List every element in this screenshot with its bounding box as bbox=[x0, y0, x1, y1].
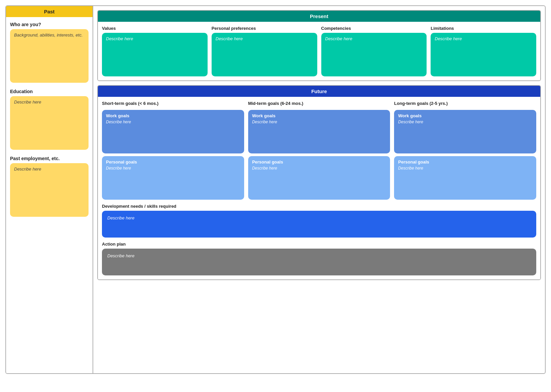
mid-term-personal-card[interactable]: Personal goals Describe here bbox=[248, 156, 390, 200]
action-plan-text: Describe here bbox=[107, 253, 134, 258]
personal-prefs-card[interactable]: Describe here bbox=[212, 33, 317, 76]
present-section: Present Values Describe here Personal pr… bbox=[97, 10, 541, 81]
values-col: Values Describe here bbox=[102, 26, 208, 76]
who-are-you-card[interactable]: Background, abilities, interests, etc. bbox=[10, 29, 89, 83]
personal-prefs-label: Personal preferences bbox=[212, 26, 317, 31]
short-term-work-desc: Describe here bbox=[106, 120, 240, 124]
long-term-work-desc: Describe here bbox=[398, 120, 532, 124]
mid-term-personal-desc: Describe here bbox=[252, 166, 386, 171]
limitations-text: Describe here bbox=[435, 36, 462, 41]
mid-term-label: Mid-term goals (6-24 mos.) bbox=[248, 101, 390, 106]
right-panel: Present Values Describe here Personal pr… bbox=[93, 6, 545, 373]
dev-needs-label: Development needs / skills required bbox=[102, 204, 536, 209]
who-are-you-section: Who are you? Background, abilities, inte… bbox=[10, 22, 89, 83]
action-plan-label: Action plan bbox=[102, 242, 536, 247]
mid-term-work-title: Work goals bbox=[252, 113, 386, 118]
limitations-label: Limitations bbox=[431, 26, 536, 31]
dev-needs-card[interactable]: Describe here bbox=[102, 211, 536, 238]
past-content: Who are you? Background, abilities, inte… bbox=[6, 17, 93, 221]
limitations-card[interactable]: Describe here bbox=[431, 33, 536, 76]
past-employment-text: Describe here bbox=[14, 167, 41, 172]
who-are-you-text: Background, abilities, interests, etc. bbox=[14, 32, 83, 38]
education-card[interactable]: Describe here bbox=[10, 96, 89, 150]
competencies-text: Describe here bbox=[325, 36, 352, 41]
long-term-work-title: Work goals bbox=[398, 113, 532, 118]
long-term-label: Long-term goals (2-5 yrs.) bbox=[394, 101, 536, 106]
short-term-work-card[interactable]: Work goals Describe here bbox=[102, 110, 244, 153]
education-label: Education bbox=[10, 89, 89, 94]
mid-term-work-card[interactable]: Work goals Describe here bbox=[248, 110, 390, 153]
short-term-work-title: Work goals bbox=[106, 113, 240, 118]
present-header: Present bbox=[98, 11, 540, 22]
values-card[interactable]: Describe here bbox=[102, 33, 208, 76]
short-term-label: Short-term goals (< 6 mos.) bbox=[102, 101, 244, 106]
goals-grid: Work goals Describe here Personal goals … bbox=[102, 110, 536, 200]
short-term-personal-title: Personal goals bbox=[106, 159, 240, 165]
past-employment-section: Past employment, etc. Describe here bbox=[10, 156, 89, 217]
short-term-col: Work goals Describe here Personal goals … bbox=[102, 110, 244, 200]
past-employment-card[interactable]: Describe here bbox=[10, 163, 89, 217]
past-panel: Past Who are you? Background, abilities,… bbox=[6, 6, 93, 373]
competencies-col: Competencies Describe here bbox=[321, 26, 427, 76]
mid-term-col: Work goals Describe here Personal goals … bbox=[248, 110, 390, 200]
dev-needs-text: Describe here bbox=[107, 215, 134, 220]
long-term-work-card[interactable]: Work goals Describe here bbox=[394, 110, 536, 153]
long-term-personal-card[interactable]: Personal goals Describe here bbox=[394, 156, 536, 200]
values-label: Values bbox=[102, 26, 208, 31]
education-text: Describe here bbox=[14, 100, 41, 105]
personal-prefs-col: Personal preferences Describe here bbox=[212, 26, 317, 76]
long-term-col: Work goals Describe here Personal goals … bbox=[394, 110, 536, 200]
future-content: Short-term goals (< 6 mos.) Mid-term goa… bbox=[98, 97, 540, 279]
present-grid: Values Describe here Personal preference… bbox=[98, 22, 540, 80]
competencies-label: Competencies bbox=[321, 26, 427, 31]
future-header: Future bbox=[98, 86, 540, 97]
who-are-you-label: Who are you? bbox=[10, 22, 89, 27]
mid-term-work-desc: Describe here bbox=[252, 120, 386, 124]
education-section: Education Describe here bbox=[10, 89, 89, 150]
short-term-personal-card[interactable]: Personal goals Describe here bbox=[102, 156, 244, 200]
long-term-personal-desc: Describe here bbox=[398, 166, 532, 171]
future-section: Future Short-term goals (< 6 mos.) Mid-t… bbox=[97, 85, 541, 280]
goals-col-headers: Short-term goals (< 6 mos.) Mid-term goa… bbox=[102, 101, 536, 109]
competencies-card[interactable]: Describe here bbox=[321, 33, 427, 76]
action-plan-card[interactable]: Describe here bbox=[102, 249, 536, 275]
values-text: Describe here bbox=[106, 36, 133, 41]
limitations-col: Limitations Describe here bbox=[431, 26, 536, 76]
main-container: Past Who are you? Background, abilities,… bbox=[5, 5, 546, 374]
past-header: Past bbox=[6, 6, 93, 17]
long-term-personal-title: Personal goals bbox=[398, 159, 532, 165]
mid-term-personal-title: Personal goals bbox=[252, 159, 386, 165]
past-employment-label: Past employment, etc. bbox=[10, 156, 89, 161]
short-term-personal-desc: Describe here bbox=[106, 166, 240, 171]
personal-prefs-text: Describe here bbox=[216, 36, 243, 41]
